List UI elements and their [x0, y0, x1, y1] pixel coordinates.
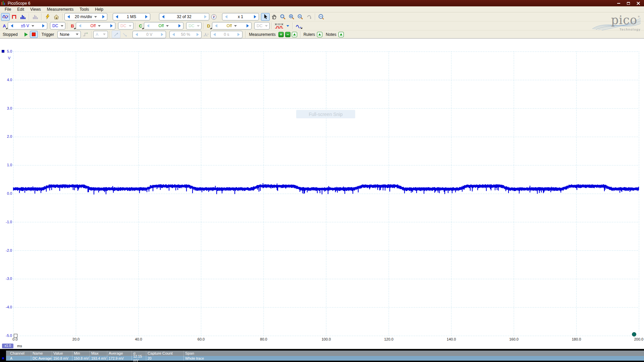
menu-measurements[interactable]: Measurements — [44, 6, 76, 12]
table-header-channel[interactable]: Channel — [6, 351, 31, 356]
channel-b-range-down-button[interactable] — [76, 22, 84, 29]
y-axis-tick-label: 2.0 — [1, 134, 12, 138]
trigger-source-text: A — [96, 32, 98, 37]
table-header-span[interactable]: Span — [183, 351, 644, 356]
channel-d-range-value[interactable]: Off — [220, 23, 244, 28]
channel-a-axis-marker[interactable] — [2, 50, 4, 53]
stop-capture-button[interactable] — [30, 31, 38, 38]
timebase-increase-button[interactable] — [100, 13, 107, 20]
rulers-button[interactable] — [317, 32, 322, 37]
zoom-full-button[interactable]: 100 — [317, 13, 326, 21]
digital-channels-button[interactable] — [273, 22, 285, 30]
axis-origin-handle[interactable] — [14, 334, 17, 338]
timebase-text: 20 ms/div — [75, 14, 92, 19]
zoom-increase-button[interactable] — [251, 13, 259, 20]
minimize-button[interactable] — [614, 1, 623, 6]
channel-d-range-down-button[interactable] — [212, 22, 220, 29]
table-header-min[interactable]: Min — [72, 351, 90, 356]
channel-c-range-up-button[interactable] — [176, 22, 183, 29]
table-header-average[interactable]: Average — [107, 351, 131, 356]
marquee-zoom-tool-button[interactable] — [278, 13, 287, 21]
channel-d-range-up-button[interactable] — [244, 22, 251, 29]
buffer-previous-button[interactable] — [159, 13, 167, 20]
channel-c-range-down-button[interactable] — [144, 22, 152, 29]
undo-zoom-button — [305, 13, 313, 21]
zoom-in-icon — [289, 14, 294, 20]
trigger-mode-select[interactable]: None — [57, 31, 81, 38]
close-button[interactable] — [634, 1, 643, 6]
connect-detect-button[interactable] — [43, 13, 52, 21]
lightning-icon — [45, 14, 50, 19]
buffer-overview-button[interactable] — [209, 13, 218, 21]
up-arrow-icon — [293, 33, 296, 36]
timebase-value[interactable]: 20 ms/div — [72, 14, 100, 19]
y-axis-unit: V — [0, 56, 10, 60]
persistence-view-button[interactable] — [10, 13, 18, 21]
digital-channels-icon — [274, 23, 284, 29]
chevron-down-icon — [32, 25, 34, 27]
channel-d-coupling-select: DC — [254, 22, 270, 29]
channel-b-range-control: Off — [76, 22, 115, 29]
channel-a-options-button[interactable]: A — [1, 22, 8, 29]
menu-bar: File Edit Views Measurements Tools Help — [0, 6, 644, 12]
zoom-factor-control: x 1 — [222, 13, 259, 20]
maximize-button[interactable] — [624, 1, 633, 6]
x-axis-tick-label: 80.0 — [257, 337, 271, 341]
channel-b-options-button[interactable]: B — [69, 22, 76, 29]
menu-help[interactable]: Help — [92, 6, 106, 12]
menu-file[interactable]: File — [2, 6, 14, 12]
buffer-next-button[interactable] — [202, 13, 209, 20]
channel-c-coupling-select: DC — [186, 22, 202, 29]
add-measurement-button[interactable]: + — [278, 32, 284, 37]
edit-measurement-button[interactable] — [292, 32, 297, 37]
scope-view-button[interactable] — [1, 13, 10, 21]
chevron-down-icon — [61, 25, 63, 27]
table-header-max[interactable]: Max — [90, 351, 107, 356]
menu-tools[interactable]: Tools — [76, 6, 92, 12]
spectrum-bars-icon — [20, 14, 26, 19]
channel-a-range-down-button[interactable] — [8, 22, 15, 29]
up-arrow-icon — [318, 33, 321, 36]
channel-c-range-value[interactable]: Off — [152, 23, 176, 28]
math-channels-button[interactable] — [294, 22, 303, 30]
samples-value[interactable]: 1 MS — [120, 14, 143, 19]
x-zoom-badge[interactable]: x1.0 — [2, 344, 13, 348]
channel-b-range-value[interactable]: Off — [84, 23, 108, 28]
spectrum-view-button[interactable] — [18, 13, 27, 21]
zoom-in-tool-button[interactable] — [287, 13, 296, 21]
table-header-value[interactable]: Value — [52, 351, 72, 356]
scope-view[interactable]: 5.04.03.02.01.00.0-1.0-2.0-3.0-4.0-5.0 V… — [0, 39, 644, 343]
digital-channels-dropdown-button[interactable] — [285, 21, 291, 30]
samples-decrease-button[interactable] — [113, 13, 120, 20]
axis-end-handle[interactable] — [632, 332, 636, 337]
menu-edit[interactable]: Edit — [14, 6, 27, 12]
menu-views[interactable]: Views — [27, 6, 44, 12]
samples-increase-button[interactable] — [143, 13, 150, 20]
corner-triangle-icon — [74, 27, 75, 29]
notes-button[interactable] — [338, 32, 344, 37]
corner-triangle-icon — [210, 27, 212, 29]
measurements-table-row[interactable]: ADC Average150.8 mV150.8 mV193.4 mV172.9… — [0, 356, 644, 361]
normal-selection-tool-button[interactable] — [261, 13, 270, 21]
x-axis-tick-label: 120.0 — [382, 337, 396, 341]
buffer-navigation-control: 32 of 32 — [159, 13, 209, 20]
chevron-down-icon — [166, 25, 169, 27]
chevron-down-icon — [234, 25, 237, 27]
channel-c-options-button[interactable]: C — [137, 22, 144, 29]
corner-triangle-icon — [6, 27, 7, 29]
hand-pan-tool-button[interactable] — [270, 13, 278, 21]
home-settings-button[interactable] — [52, 13, 61, 21]
table-header-name[interactable]: Name — [31, 351, 52, 356]
channel-b-range-up-button[interactable] — [108, 22, 115, 29]
delete-measurement-button[interactable]: − — [285, 32, 290, 37]
chevron-down-icon — [286, 25, 289, 27]
channel-d-options-button[interactable]: D — [205, 22, 212, 29]
timebase-decrease-button[interactable] — [65, 13, 72, 20]
zoom-out-tool-button[interactable] — [296, 13, 305, 21]
table-header-capture-count[interactable]: Capture Count — [146, 351, 183, 356]
start-capture-button[interactable] — [22, 31, 30, 38]
zoom-decrease-button[interactable] — [222, 13, 230, 20]
channel-a-range-value[interactable]: ±5 V — [15, 23, 40, 28]
channel-a-coupling-select[interactable]: DC — [50, 22, 65, 29]
channel-a-range-up-button[interactable] — [40, 22, 47, 29]
